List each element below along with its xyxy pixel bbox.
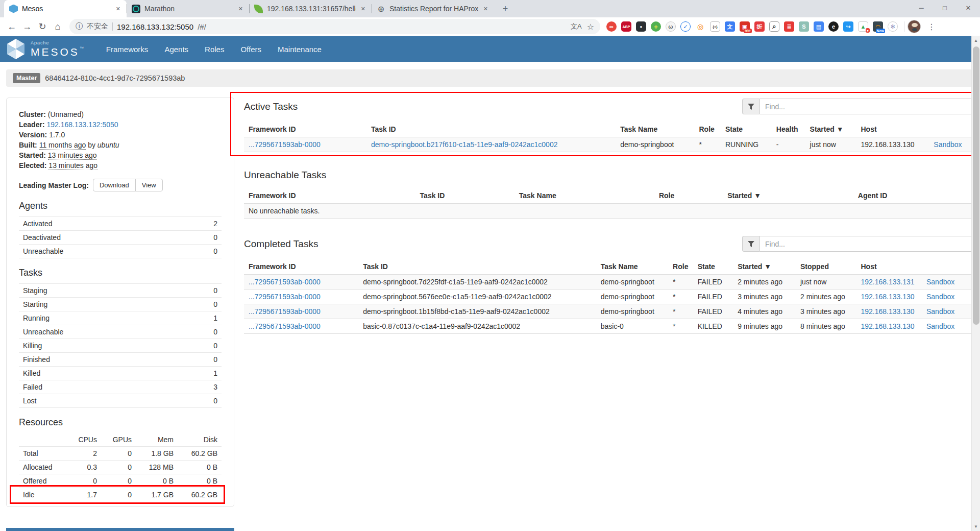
cell-link[interactable]: 192.168.133.130 xyxy=(856,319,922,334)
cell-link[interactable]: ...7295671593ab-0000 xyxy=(244,275,358,289)
column-header[interactable]: Task Name xyxy=(596,259,668,275)
extension-icon[interactable]: ▤ xyxy=(814,21,824,32)
extension-icon[interactable]: ● xyxy=(636,21,646,32)
extension-icon[interactable]: ✓ xyxy=(680,21,691,32)
leader-link[interactable]: 192.168.133.132:5050 xyxy=(46,120,118,129)
nav-item-roles[interactable]: Roles xyxy=(197,37,232,61)
cell-link[interactable]: ...7295671593ab-0000 xyxy=(244,319,358,334)
browser-tab[interactable]: 192.168.133.131:31657/hello w✕ xyxy=(249,0,372,17)
column-header[interactable] xyxy=(929,122,973,137)
scrollbar-down-icon[interactable]: ▼ xyxy=(972,522,980,531)
column-header[interactable]: Framework ID xyxy=(244,259,358,275)
cell-link[interactable]: Sandbox xyxy=(922,319,973,334)
column-header[interactable]: Role xyxy=(654,188,723,204)
bookmark-star-icon[interactable]: ☆ xyxy=(587,22,594,32)
extension-icon[interactable]: S xyxy=(799,21,809,32)
cell-link[interactable]: 192.168.133.130 xyxy=(856,289,922,304)
maximize-button[interactable]: □ xyxy=(933,0,957,15)
tab-close-icon[interactable]: ✕ xyxy=(360,5,366,13)
extension-icon[interactable]: ↪ xyxy=(843,21,853,32)
cell-link[interactable]: 192.168.133.130 xyxy=(856,304,922,319)
cell-link[interactable]: Sandbox xyxy=(922,289,973,304)
extension-icon[interactable]: {≡} xyxy=(710,21,720,32)
reload-icon[interactable]: ↻ xyxy=(35,19,50,34)
cell-link[interactable]: 192.168.133.131 xyxy=(856,275,922,289)
nav-item-frameworks[interactable]: Frameworks xyxy=(98,37,157,61)
nav-item-maintenance[interactable]: Maintenance xyxy=(270,37,330,61)
extension-icon[interactable]: ∞ xyxy=(606,21,617,32)
download-log-button[interactable]: Download xyxy=(93,179,136,191)
translate-icon[interactable]: 文A xyxy=(571,22,582,31)
column-header[interactable]: State xyxy=(693,259,733,275)
cell-link[interactable]: Sandbox xyxy=(922,304,973,319)
column-header[interactable] xyxy=(922,259,973,275)
column-header[interactable]: Framework ID xyxy=(244,188,415,204)
minimize-button[interactable]: ─ xyxy=(910,0,933,15)
column-header[interactable]: Task Name xyxy=(616,122,694,137)
column-header[interactable]: Host xyxy=(856,259,922,275)
column-header[interactable]: Started ▼ xyxy=(723,188,853,204)
scrollbar-up-icon[interactable]: ▲ xyxy=(972,36,980,45)
extension-icon[interactable]: e xyxy=(828,21,839,32)
extension-icon[interactable]: ◎ xyxy=(695,21,705,32)
cell-link[interactable]: demo-springboot.b217f610-c1a5-11e9-aaf9-… xyxy=(366,137,616,152)
cell: 0 xyxy=(67,474,101,488)
column-header[interactable]: Agent ID xyxy=(853,188,973,204)
cell-link[interactable]: Sandbox xyxy=(929,137,973,152)
close-button[interactable]: ✕ xyxy=(957,0,980,15)
completed-tasks-find-input[interactable] xyxy=(760,236,973,252)
browser-tab[interactable]: ⊕Statistics Report for HAProxy✕ xyxy=(372,0,494,17)
column-header[interactable]: State xyxy=(721,122,772,137)
back-icon[interactable]: ← xyxy=(4,19,19,34)
extension-icon[interactable]: + xyxy=(651,21,661,32)
site-info-icon[interactable]: ⓘ xyxy=(76,22,83,31)
extension-icon[interactable]: ≣ xyxy=(784,21,794,32)
mesos-brand[interactable]: Apache MESOS™ xyxy=(6,38,86,60)
column-header[interactable]: Role xyxy=(668,259,693,275)
home-icon[interactable]: ⌂ xyxy=(50,19,65,34)
extension-icon[interactable]: ω xyxy=(666,21,676,32)
column-header[interactable]: Task Name xyxy=(514,188,654,204)
tab-close-icon[interactable]: ✕ xyxy=(115,5,121,13)
forward-icon[interactable]: → xyxy=(19,19,35,34)
new-tab-button[interactable]: + xyxy=(498,2,512,16)
view-log-button[interactable]: View xyxy=(135,179,163,191)
column-header[interactable]: Started ▼ xyxy=(805,122,856,137)
column-header[interactable]: Task ID xyxy=(358,259,596,275)
extension-icon[interactable]: 文 xyxy=(725,21,735,32)
divider xyxy=(904,21,904,32)
column-header[interactable]: Role xyxy=(695,122,721,137)
extension-icon[interactable]: ▣99+ xyxy=(740,21,750,32)
column-header[interactable]: Started ▼ xyxy=(733,259,796,275)
profile-avatar[interactable] xyxy=(908,20,921,33)
extension-icon[interactable]: ▲● xyxy=(858,21,868,32)
column-header[interactable]: Framework ID xyxy=(244,122,366,137)
tab-close-icon[interactable]: ✕ xyxy=(482,5,489,13)
extension-icon[interactable]: ABP xyxy=(621,21,631,32)
extension-icon[interactable]: ⌕ xyxy=(769,21,779,32)
browser-tab[interactable]: Mesos✕ xyxy=(4,0,127,17)
cell-link[interactable]: ...7295671593ab-0000 xyxy=(244,137,366,152)
browser-tab[interactable]: Marathon✕ xyxy=(127,0,249,17)
extension-icon[interactable]: ◠New xyxy=(873,21,883,32)
active-tasks-find-input[interactable] xyxy=(760,99,973,114)
extension-icon[interactable]: 折 xyxy=(754,21,765,32)
column-header[interactable]: Task ID xyxy=(415,188,514,204)
address-bar[interactable]: ⓘ 不安全 192.168.133.132:5050 /#/ 文A ☆ xyxy=(69,19,600,34)
column-header[interactable]: Stopped xyxy=(796,259,856,275)
column-header[interactable]: Health xyxy=(772,122,805,137)
nav-item-offers[interactable]: Offers xyxy=(232,37,270,61)
cell-link[interactable]: ...7295671593ab-0000 xyxy=(244,289,358,304)
cell-link[interactable]: ...7295671593ab-0000 xyxy=(244,304,358,319)
scrollbar-thumb[interactable] xyxy=(973,46,979,325)
browser-menu-icon[interactable]: ⋮ xyxy=(925,20,938,33)
cell-link[interactable]: Sandbox xyxy=(922,275,973,289)
nav-item-agents[interactable]: Agents xyxy=(156,37,197,61)
cell: 2 minutes ago xyxy=(796,289,856,304)
column-header[interactable]: Host xyxy=(856,122,929,137)
tab-close-icon[interactable]: ✕ xyxy=(237,5,244,13)
extension-icon[interactable]: ✻ xyxy=(888,21,898,32)
column-header[interactable]: Task ID xyxy=(366,122,616,137)
page-scrollbar[interactable]: ▲ ▼ xyxy=(971,36,980,531)
cell: - xyxy=(772,137,805,152)
